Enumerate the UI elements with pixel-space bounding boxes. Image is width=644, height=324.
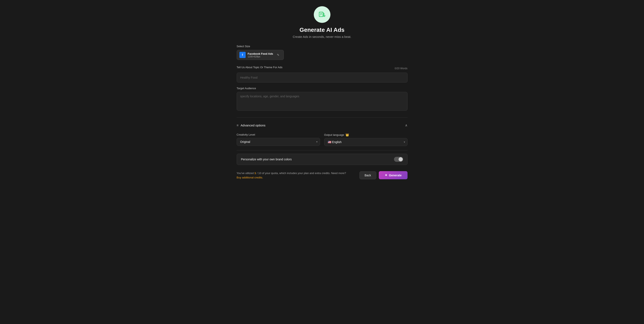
quota-used: 1 [254, 171, 256, 175]
size-card-dim: 1200×628px [248, 55, 273, 58]
brand-colors-row: Personalize with your own brand colors [237, 154, 408, 165]
advanced-options-header[interactable]: ≡ Advanced options ∧ [237, 121, 408, 130]
topic-label: Tell Us About Topic Or Theme For Ads [237, 66, 282, 69]
quota-total: 10 [258, 171, 261, 175]
chevron-up-icon: ∧ [405, 123, 408, 127]
app-icon [314, 6, 330, 23]
output-language-label: Output language 👑 [324, 133, 408, 137]
page-title: Generate AI Ads [300, 27, 344, 33]
audience-input[interactable] [237, 92, 408, 111]
divider [237, 117, 408, 118]
buy-credits-link[interactable]: Buy additional credits. [237, 176, 263, 179]
crown-icon: 👑 [346, 133, 349, 137]
quota-info: You've utilized 1 / 10 of your quota, wh… [237, 171, 346, 179]
output-language-group: Output language 👑 🇺🇸 English 🇪🇸 Spanish … [324, 133, 408, 146]
size-card-text: Facebook Feed Ads 1200×628px [248, 52, 273, 58]
creativity-level-group: Creativity Level Original Conservative C… [237, 133, 320, 146]
brand-colors-card: Personalize with your own brand colors [237, 154, 408, 165]
advanced-options-section: ≡ Advanced options ∧ Creativity Level Or… [237, 121, 408, 165]
toggle-knob [398, 157, 403, 162]
footer-buttons: Back ✦ Generate [360, 171, 408, 179]
topic-field-header: Tell Us About Topic Or Theme For Ads 0/2… [237, 66, 408, 71]
footer-bar: You've utilized 1 / 10 of your quota, wh… [237, 171, 408, 179]
size-card[interactable]: f Facebook Feed Ads 1200×628px ✎ [237, 50, 284, 60]
advanced-options-label: Advanced options [241, 124, 266, 127]
sparkle-icon: ✦ [384, 173, 387, 177]
form-container: Select Size f Facebook Feed Ads 1200×628… [237, 45, 408, 179]
generate-button[interactable]: ✦ Generate [379, 171, 408, 179]
creativity-level-select[interactable]: Original Conservative Creative Very Crea… [237, 138, 320, 146]
size-selector: f Facebook Feed Ads 1200×628px ✎ [237, 50, 408, 60]
size-card-name: Facebook Feed Ads [248, 52, 273, 55]
back-button[interactable]: Back [360, 171, 376, 179]
word-count: 0/20 Words [394, 67, 407, 70]
generate-label: Generate [389, 174, 402, 177]
topic-input[interactable] [237, 73, 408, 83]
brand-colors-toggle[interactable] [394, 157, 403, 162]
edit-size-button[interactable]: ✎ [275, 52, 281, 57]
output-language-select[interactable]: 🇺🇸 English 🇪🇸 Spanish 🇫🇷 French 🇩🇪 Germa… [324, 138, 408, 146]
filter-icon: ≡ [237, 124, 238, 127]
select-size-label: Select Size [237, 45, 408, 48]
audience-label: Target Audience [237, 87, 408, 90]
quota-text: You've utilized 1 / 10 of your quota, wh… [237, 171, 346, 175]
brand-colors-label: Personalize with your own brand colors [241, 158, 292, 161]
creativity-select-wrapper: Original Conservative Creative Very Crea… [237, 138, 320, 146]
options-grid: Creativity Level Original Conservative C… [237, 133, 408, 146]
advanced-options-left: ≡ Advanced options [237, 124, 266, 127]
facebook-icon: f [240, 52, 246, 58]
language-select-wrapper: 🇺🇸 English 🇪🇸 Spanish 🇫🇷 French 🇩🇪 Germa… [324, 138, 408, 146]
page-subtitle: Create Ads in seconds, never miss a beat… [293, 35, 351, 38]
creativity-level-label: Creativity Level [237, 133, 320, 136]
